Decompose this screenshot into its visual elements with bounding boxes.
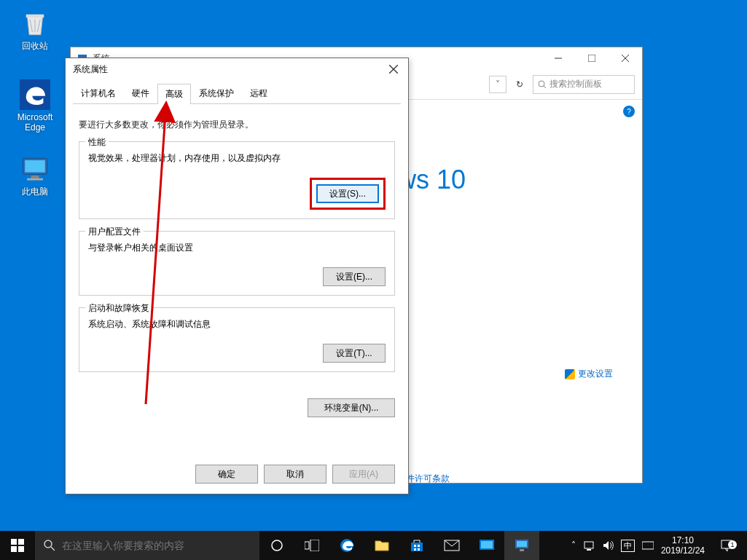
- group-label-performance: 性能: [85, 136, 109, 149]
- desktop-icon-recycle-bin[interactable]: 回收站: [7, 7, 63, 51]
- taskbar: ˄ 中 17:10 2019/12/24 1: [0, 531, 747, 560]
- svg-rect-34: [481, 541, 493, 548]
- svg-rect-24: [305, 542, 309, 549]
- taskbar-app-mail[interactable]: [434, 531, 469, 560]
- group-label-profile: 用户配置文件: [85, 226, 144, 238]
- tab-remote[interactable]: 远程: [242, 83, 275, 103]
- task-view-button[interactable]: [294, 531, 329, 560]
- group-label-startup: 启动和故障恢复: [85, 302, 152, 315]
- svg-line-22: [51, 547, 55, 551]
- apply-button[interactable]: 应用(A): [332, 465, 395, 484]
- profile-desc: 与登录帐户相关的桌面设置: [88, 242, 386, 254]
- highlight-annotation: 设置(S)...: [310, 178, 386, 210]
- tab-system-protection[interactable]: 系统保护: [191, 83, 242, 103]
- clock-time: 17:10: [661, 535, 705, 545]
- search-icon: [44, 540, 55, 551]
- taskbar-clock[interactable]: 17:10 2019/12/24: [661, 535, 705, 556]
- shield-icon: [565, 369, 575, 379]
- windows-start-icon: [11, 539, 24, 552]
- notification-badge: 1: [728, 540, 737, 549]
- taskbar-search-input[interactable]: [62, 540, 251, 551]
- recycle-bin-icon: [19, 7, 51, 39]
- desktop-icon-label: Microsoft Edge: [7, 112, 63, 133]
- dialog-tabs: 计算机名 硬件 高级 系统保护 远程: [73, 83, 401, 104]
- close-button[interactable]: [609, 47, 642, 69]
- profile-settings-button[interactable]: 设置(E)...: [323, 267, 386, 286]
- svg-rect-31: [418, 548, 420, 551]
- performance-desc: 视觉效果，处理器计划，内存使用，以及虚拟内存: [88, 152, 386, 165]
- edge-icon: [19, 79, 51, 111]
- tab-computer-name[interactable]: 计算机名: [73, 83, 124, 103]
- svg-rect-27: [411, 543, 423, 551]
- performance-group: 性能 视觉效果，处理器计划，内存使用，以及虚拟内存 设置(S)...: [79, 141, 395, 219]
- desktop-icon-label: 此电脑: [7, 186, 63, 197]
- action-center-button[interactable]: 1: [712, 539, 741, 552]
- maximize-button[interactable]: [575, 47, 609, 69]
- startup-desc: 系统启动、系统故障和调试信息: [88, 318, 386, 331]
- edge-icon: [339, 537, 355, 553]
- system-tray: ˄ 中 17:10 2019/12/24 1: [566, 531, 747, 560]
- startup-settings-button[interactable]: 设置(T)...: [323, 344, 386, 363]
- svg-rect-0: [26, 15, 44, 17]
- environment-variables-button[interactable]: 环境变量(N)...: [308, 398, 395, 417]
- keyboard-icon[interactable]: [642, 540, 654, 551]
- svg-rect-17: [11, 539, 17, 545]
- control-panel-search[interactable]: 搜索控制面板: [533, 75, 635, 94]
- dialog-close-button[interactable]: [382, 60, 405, 78]
- startup-recovery-group: 启动和故障恢复 系统启动、系统故障和调试信息 设置(T)...: [79, 307, 395, 372]
- ime-indicator[interactable]: 中: [621, 540, 635, 552]
- cancel-button[interactable]: 取消: [264, 465, 326, 484]
- mail-icon: [444, 540, 460, 551]
- license-terms-link[interactable]: 件许可条款: [406, 473, 450, 485]
- tray-chevron-icon[interactable]: ˄: [571, 540, 576, 551]
- taskbar-app-system[interactable]: [504, 531, 539, 560]
- taskbar-search[interactable]: [35, 531, 259, 560]
- system-properties-dialog: 系统属性 计算机名 硬件 高级 系统保护 远程 要进行大多数更改，你必须作为管理…: [65, 58, 409, 494]
- refresh-button[interactable]: ↻: [511, 76, 528, 93]
- desktop-icon-label: 回收站: [7, 41, 63, 51]
- svg-rect-38: [584, 542, 593, 548]
- this-pc-icon: [19, 153, 51, 185]
- desktop-icon-edge[interactable]: Microsoft Edge: [7, 79, 63, 133]
- change-settings-link[interactable]: 更改设置: [565, 368, 613, 380]
- svg-point-21: [44, 540, 52, 548]
- store-icon: [410, 538, 424, 553]
- admin-hint: 要进行大多数更改，你必须作为管理员登录。: [79, 119, 395, 131]
- svg-rect-25: [310, 540, 319, 551]
- search-placeholder: 搜索控制面板: [550, 78, 602, 90]
- app-icon: [479, 539, 495, 552]
- start-button[interactable]: [0, 531, 35, 560]
- network-icon[interactable]: [583, 540, 595, 551]
- taskbar-app-edge[interactable]: [329, 531, 364, 560]
- cortana-button[interactable]: [259, 531, 294, 560]
- desktop-icon-this-pc[interactable]: 此电脑: [7, 153, 63, 197]
- search-icon: [538, 80, 547, 89]
- help-icon[interactable]: ?: [623, 106, 635, 117]
- cortana-icon: [270, 539, 283, 552]
- taskbar-app-store[interactable]: [399, 531, 434, 560]
- ok-button[interactable]: 确定: [195, 465, 258, 484]
- system-icon: [514, 538, 530, 553]
- address-dropdown[interactable]: ˅: [489, 76, 507, 93]
- svg-rect-36: [517, 541, 527, 547]
- svg-rect-37: [520, 549, 524, 551]
- svg-rect-39: [587, 549, 591, 551]
- svg-rect-4: [31, 176, 39, 178]
- svg-rect-20: [18, 546, 24, 552]
- svg-rect-3: [25, 160, 45, 173]
- tab-hardware[interactable]: 硬件: [124, 83, 157, 103]
- tab-advanced[interactable]: 高级: [157, 84, 191, 104]
- taskbar-app-generic[interactable]: [469, 531, 504, 560]
- user-profile-group: 用户配置文件 与登录帐户相关的桌面设置 设置(E)...: [79, 231, 395, 296]
- svg-rect-9: [588, 55, 595, 62]
- svg-point-23: [272, 540, 282, 551]
- taskbar-app-explorer[interactable]: [364, 531, 399, 560]
- minimize-button[interactable]: [541, 47, 575, 69]
- svg-rect-30: [414, 548, 416, 551]
- svg-line-13: [544, 86, 546, 88]
- svg-rect-18: [18, 539, 24, 545]
- svg-rect-5: [27, 178, 43, 181]
- svg-point-12: [539, 81, 544, 87]
- volume-icon[interactable]: [602, 540, 614, 551]
- performance-settings-button[interactable]: 设置(S)...: [316, 184, 379, 203]
